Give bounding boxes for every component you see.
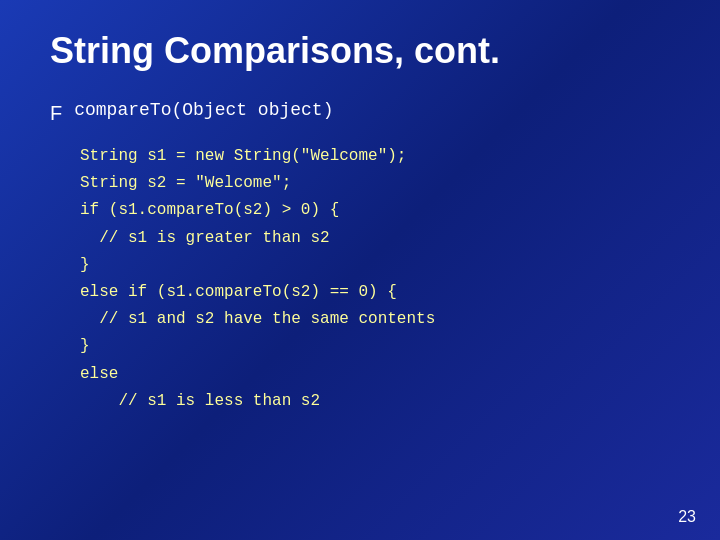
code-line-8: // s1 and s2 have the same contents [80, 306, 670, 333]
code-line-2: String s2 = "Welcome"; [80, 170, 670, 197]
slide-title: String Comparisons, cont. [50, 30, 670, 72]
code-block: String s1 = new String("Welcome"); Strin… [80, 143, 670, 415]
code-line-11: // s1 is less than s2 [80, 388, 670, 415]
code-line-7: else if (s1.compareTo(s2) == 0) { [80, 279, 670, 306]
code-line-4: if (s1.compareTo(s2) > 0) { [80, 197, 670, 224]
bullet-icon: F [50, 102, 62, 125]
code-line-1: String s1 = new String("Welcome"); [80, 143, 670, 170]
code-line-10: else [80, 361, 670, 388]
page-number: 23 [678, 508, 696, 526]
bullet-method: compareTo(Object object) [74, 100, 333, 120]
code-line-9: } [80, 333, 670, 360]
code-line-5: // s1 is greater than s2 [80, 225, 670, 252]
code-line-6: } [80, 252, 670, 279]
slide: String Comparisons, cont. F compareTo(Ob… [0, 0, 720, 540]
bullet-section: F compareTo(Object object) [50, 100, 670, 125]
